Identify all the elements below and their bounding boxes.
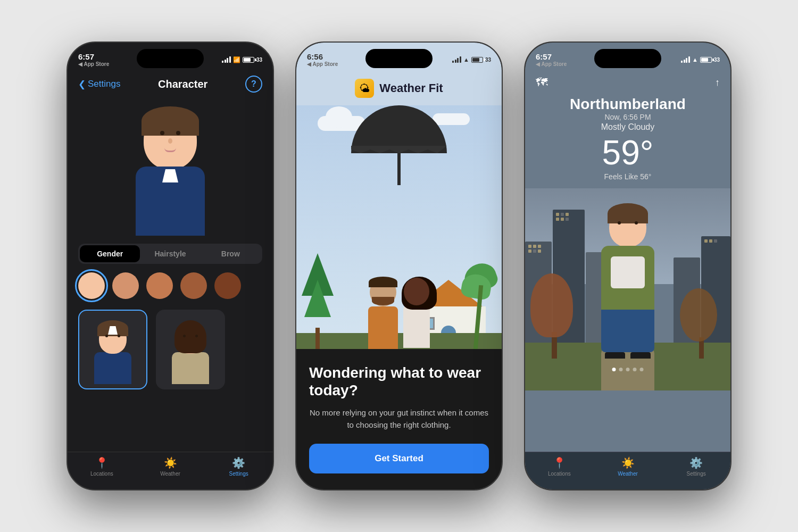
- back-label: Settings: [88, 79, 120, 89]
- phone-1-nav: ❮ Settings Character ?: [68, 71, 273, 100]
- settings-label-3: Settings: [687, 471, 706, 477]
- temperature: 59°: [536, 133, 720, 172]
- phone-3-content: 6:57 ◀ App Store ▲: [525, 43, 730, 489]
- tab-gender[interactable]: Gender: [80, 245, 140, 262]
- chevron-left-icon: ❮: [78, 79, 86, 90]
- tab-bar-1: 📍 Locations ☀️ Weather ⚙️ Settings: [68, 452, 273, 489]
- skin-swatches: [68, 272, 273, 299]
- main-avatar: [122, 111, 218, 238]
- settings-icon-1: ⚙️: [232, 456, 245, 469]
- avatar-head: [144, 111, 197, 169]
- figures: [368, 278, 430, 349]
- weather-icon-3: ☀️: [621, 456, 635, 469]
- phone-2-screen: 6:56 ◀ App Store ▲: [296, 43, 502, 489]
- location-info: Northumberland Now, 6:56 PM Mostly Cloud…: [525, 94, 730, 186]
- avatar-nose: [168, 138, 172, 144]
- app-store-chevron: ◀: [78, 61, 82, 67]
- battery-1: [243, 57, 254, 63]
- swatch-1[interactable]: [78, 272, 105, 299]
- p3-top-bar: 🗺 ↑: [525, 71, 730, 94]
- help-icon: ?: [251, 79, 256, 89]
- mini-avatar-male: [92, 323, 134, 376]
- swatch-2[interactable]: [112, 272, 139, 299]
- tab-weather-3[interactable]: ☀️ Weather: [594, 456, 662, 477]
- avatar-mouth: [164, 148, 176, 152]
- tab-locations-3[interactable]: 📍 Locations: [525, 456, 594, 477]
- mini-avatar-female: [169, 323, 212, 376]
- p3-char-body: [601, 246, 654, 310]
- p3-character: [601, 206, 654, 359]
- weather-condition: Mostly Cloudy: [536, 122, 720, 132]
- battery-3: [700, 57, 712, 63]
- settings-icon-3: ⚙️: [689, 456, 703, 469]
- dot-5[interactable]: [640, 368, 644, 371]
- battery-pct-2: 33: [485, 57, 491, 63]
- weather-label-1: Weather: [160, 471, 180, 477]
- signal-2: [452, 56, 461, 63]
- tab-locations-1[interactable]: 📍 Locations: [68, 456, 136, 477]
- dot-1[interactable]: [612, 368, 616, 371]
- weather-icon-1: ☀️: [164, 456, 177, 469]
- swatch-5[interactable]: [214, 272, 241, 299]
- phone-1: 6:57 ◀ App Store 📶: [66, 41, 274, 491]
- locations-icon-1: 📍: [95, 456, 109, 469]
- tropical-plant: [459, 253, 502, 349]
- tab-weather-1[interactable]: ☀️ Weather: [136, 456, 205, 477]
- status-time-3: 6:57: [536, 52, 567, 61]
- share-icon[interactable]: ↑: [715, 77, 720, 88]
- signal-1: [222, 56, 231, 63]
- character-option-male[interactable]: [78, 310, 147, 389]
- trees-left: [302, 253, 334, 349]
- app-store-label-1: ◀ App Store: [78, 61, 109, 67]
- tab-settings-1[interactable]: ⚙️ Settings: [204, 456, 273, 477]
- dot-2[interactable]: [619, 368, 623, 371]
- wifi-icon-1: 📶: [233, 56, 240, 63]
- onboarding-text: Wondering what to wear today? No more re…: [296, 349, 502, 489]
- swatch-4[interactable]: [180, 272, 207, 299]
- locations-label-3: Locations: [548, 471, 571, 477]
- phone-2-content: 6:56 ◀ App Store ▲: [296, 43, 502, 489]
- phone-3-screen: 6:57 ◀ App Store ▲: [525, 43, 730, 489]
- map-icon[interactable]: 🗺: [536, 76, 547, 89]
- status-time-2: 6:56: [307, 52, 338, 61]
- back-button-1[interactable]: ❮ Settings: [78, 79, 120, 90]
- character-options: [68, 310, 273, 389]
- help-button[interactable]: ?: [245, 76, 262, 93]
- avatar-body: [136, 167, 205, 236]
- status-icons-1: 📶 33: [222, 56, 262, 63]
- figure-man: [368, 278, 398, 349]
- p3-char-head: [609, 206, 646, 247]
- locations-label-1: Locations: [90, 471, 113, 477]
- get-started-button[interactable]: Get Started: [309, 444, 489, 473]
- dot-4[interactable]: [633, 368, 637, 371]
- onboarding-illustration: 6:56 ◀ App Store ▲: [296, 43, 502, 349]
- app-store-label-3: ◀ App Store: [536, 61, 567, 67]
- dynamic-island-1: [137, 49, 204, 68]
- headline: Wondering what to wear today?: [309, 364, 489, 400]
- p3-char-pants: [601, 310, 654, 352]
- umbrella: [351, 105, 447, 185]
- slide-dots: [612, 368, 644, 371]
- app-name: Weather Fit: [379, 81, 443, 95]
- phone-1-screen: 6:57 ◀ App Store 📶: [68, 43, 273, 489]
- dot-3[interactable]: [626, 368, 630, 371]
- weather-time: Now, 6:56 PM: [536, 113, 720, 121]
- battery-pct-1: 33: [256, 57, 262, 63]
- tab-brow[interactable]: Brow: [201, 245, 261, 262]
- p3-char-hair: [608, 203, 648, 223]
- subtext: No more relying on your gut instinct whe…: [309, 407, 489, 431]
- settings-label-1: Settings: [229, 471, 248, 477]
- dynamic-island-2: [365, 49, 433, 68]
- swatch-3[interactable]: [146, 272, 173, 299]
- app-header: 🌤 Weather Fit: [344, 71, 453, 105]
- wifi-icon-3: ▲: [692, 56, 698, 63]
- tab-hairstyle[interactable]: Hairstyle: [140, 245, 200, 262]
- tab-settings-3[interactable]: ⚙️ Settings: [662, 456, 730, 477]
- battery-pct-3: 33: [714, 57, 720, 63]
- phone-1-content: 6:57 ◀ App Store 📶: [68, 43, 273, 489]
- locations-icon-3: 📍: [553, 456, 566, 469]
- character-tabs: Gender Hairstyle Brow: [78, 244, 262, 264]
- figure-woman: [403, 278, 430, 349]
- autumn-tree-r: [680, 288, 722, 359]
- character-option-female[interactable]: [156, 310, 225, 389]
